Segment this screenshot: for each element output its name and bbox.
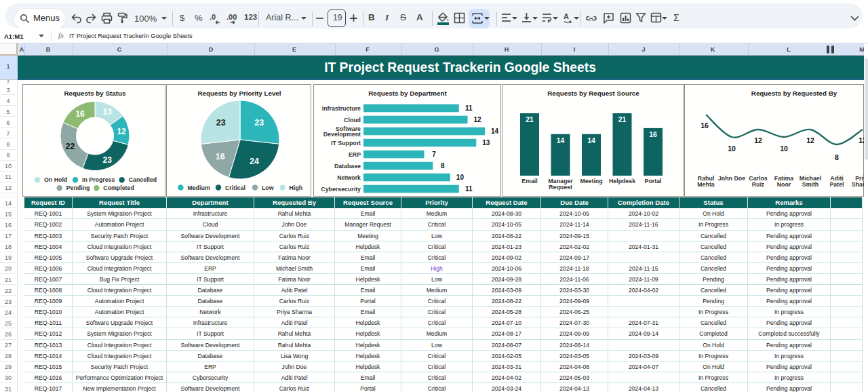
svg-text:Cloud: Cloud [344, 117, 361, 123]
svg-text:14: 14 [587, 136, 595, 144]
svg-text:Requests by Requested By: Requests by Requested By [751, 90, 837, 97]
svg-text:23: 23 [216, 118, 226, 128]
svg-text:Patel: Patel [829, 181, 844, 188]
svg-text:12: 12 [117, 127, 126, 136]
svg-text:13: 13 [103, 107, 113, 117]
svg-text:Network: Network [337, 174, 361, 181]
svg-text:16: 16 [701, 121, 709, 130]
svg-text:Requests by Status: Requests by Status [64, 90, 126, 97]
svg-text:13: 13 [482, 139, 490, 146]
svg-text:23: 23 [254, 118, 264, 128]
svg-text:A: A [564, 12, 569, 20]
svg-text:Requests by Request Source: Requests by Request Source [547, 90, 639, 97]
svg-text:Ruiz: Ruiz [752, 181, 765, 188]
svg-text:7: 7 [432, 151, 436, 158]
svg-text:.00: .00 [226, 13, 237, 21]
svg-text:16: 16 [216, 152, 225, 161]
svg-text:Email: Email [521, 178, 537, 184]
svg-text:Sharma: Sharma [852, 181, 864, 188]
svg-text:In Progress: In Progress [82, 176, 115, 183]
svg-text:21: 21 [618, 115, 627, 123]
svg-text:John Doe: John Doe [718, 175, 745, 182]
svg-text:Completed: Completed [103, 184, 134, 191]
svg-text:Pending: Pending [66, 184, 90, 191]
svg-text:ERP: ERP [349, 151, 361, 158]
svg-text:8: 8 [441, 162, 445, 170]
svg-text:.0: .0 [210, 13, 216, 21]
svg-text:22: 22 [66, 142, 75, 151]
svg-text:Request: Request [549, 184, 572, 191]
svg-text:Database: Database [334, 163, 361, 170]
svg-text:Mehta: Mehta [697, 181, 715, 188]
svg-text:Meeting: Meeting [580, 178, 602, 184]
svg-text:On Hold: On Hold [44, 176, 67, 183]
svg-text:21: 21 [526, 115, 534, 123]
svg-text:Infrastructure: Infrastructure [322, 105, 361, 112]
svg-text:11: 11 [465, 185, 473, 193]
svg-text:14: 14 [557, 136, 565, 144]
svg-text:16: 16 [75, 109, 85, 119]
svg-text:Requests by Department: Requests by Department [368, 90, 447, 97]
svg-text:16: 16 [649, 130, 657, 138]
svg-text:Low: Low [262, 184, 274, 191]
svg-text:12: 12 [754, 136, 762, 144]
svg-text:Portal: Portal [645, 178, 662, 184]
svg-text:11: 11 [465, 104, 473, 112]
svg-text:10: 10 [728, 144, 736, 153]
svg-text:24: 24 [250, 157, 259, 166]
svg-text:Cancelled: Cancelled [129, 176, 157, 183]
svg-text:Development: Development [323, 131, 361, 138]
svg-text:Medium: Medium [187, 184, 210, 191]
svg-text:Requests by Priority Level: Requests by Priority Level [197, 90, 281, 97]
svg-text:10: 10 [780, 144, 788, 153]
svg-text:Cybersecurity: Cybersecurity [321, 186, 361, 193]
svg-text:Noor: Noor [777, 181, 791, 188]
svg-text:Critical: Critical [225, 184, 245, 191]
svg-text:Smith: Smith [802, 181, 818, 188]
svg-text:High: High [290, 184, 303, 191]
svg-text:23: 23 [103, 155, 113, 165]
svg-text:10: 10 [456, 174, 465, 181]
svg-text:14: 14 [491, 128, 499, 135]
svg-text:IT Support: IT Support [331, 140, 361, 146]
svg-text:12: 12 [859, 136, 864, 144]
svg-text:12: 12 [473, 116, 481, 123]
svg-text:Helpdesk: Helpdesk [609, 178, 635, 184]
svg-text:12: 12 [806, 136, 814, 144]
svg-text:8: 8 [835, 153, 839, 161]
